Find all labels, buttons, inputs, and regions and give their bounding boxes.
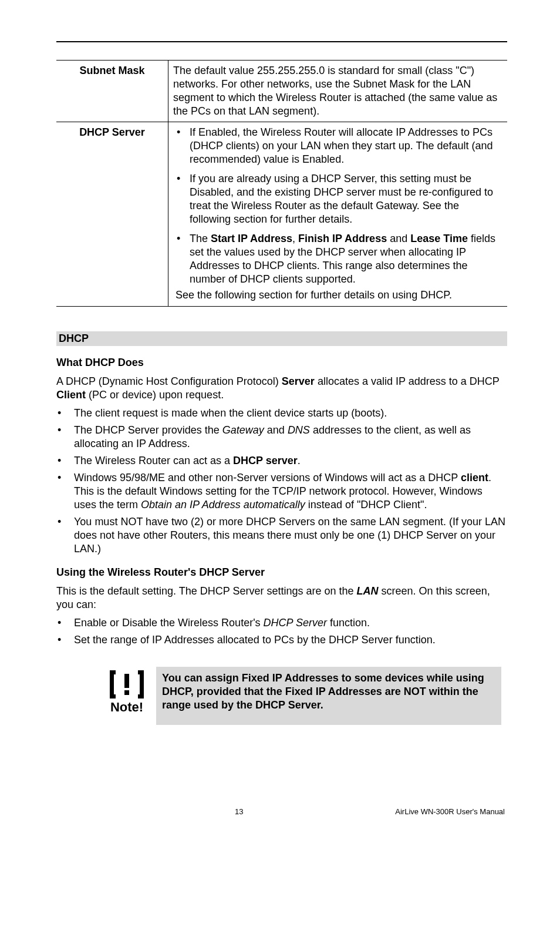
text: The DHCP Server provides the (74, 424, 222, 436)
list-item: The client request is made when the clie… (56, 407, 507, 420)
alert-icon (110, 670, 144, 699)
page-footer: 13 AirLive WN-300R User's Manual (56, 807, 507, 816)
manual-title: AirLive WN-300R User's Manual (395, 807, 505, 816)
italic-text: Gateway (222, 424, 264, 436)
list-item: You must NOT have two (2) or more DHCP S… (56, 515, 507, 556)
paragraph: This is the default setting. The DHCP Se… (56, 585, 507, 612)
dhcp-tail-text: See the following section for further de… (173, 288, 502, 302)
row-content-dhcp: If Enabled, the Wireless Router will all… (168, 122, 508, 306)
bold-text: client (461, 472, 488, 483)
text: The Wireless Router can act as a (74, 455, 233, 466)
note-icon-column: Note! (97, 667, 156, 715)
text: This is the default setting. The DHCP Se… (56, 585, 357, 597)
bold-text: Start IP Address (211, 233, 292, 244)
section-heading-dhcp: DHCP (56, 331, 507, 346)
list-item: If Enabled, the Wireless Router will all… (173, 126, 502, 166)
text: allocates a valid IP address to a DHCP (315, 375, 500, 387)
subheading-using-dhcp: Using the Wireless Router's DHCP Server (56, 566, 507, 579)
italic-text: Obtain an IP Address automatically (141, 499, 305, 511)
text: . (298, 455, 301, 466)
italic-text: DNS (288, 424, 310, 436)
text: instead of "DHCP Client". (305, 499, 427, 511)
text: A DHCP (Dynamic Host Configuration Proto… (56, 375, 282, 387)
table-row: Subnet Mask The default value 255.255.25… (56, 61, 507, 122)
note-label: Note! (97, 700, 156, 715)
subheading-what-dhcp: What DHCP Does (56, 357, 507, 369)
note-block: Note! You can assign Fixed IP Addresses … (97, 667, 501, 725)
text: and (387, 233, 410, 244)
italic-text: DHCP Server (264, 617, 327, 629)
list-item: Enable or Disable the Wireless Router's … (56, 616, 507, 630)
list-item: Set the range of IP Addresses allocated … (56, 633, 507, 647)
config-table: Subnet Mask The default value 255.255.25… (56, 60, 507, 307)
bold-text: Client (56, 389, 86, 401)
row-label-subnet: Subnet Mask (56, 61, 168, 122)
row-content-subnet: The default value 255.255.255.0 is stand… (168, 61, 508, 122)
bold-text: Server (282, 375, 315, 387)
page-number: 13 (235, 807, 243, 816)
text: The (190, 233, 211, 244)
list-item: The DHCP Server provides the Gateway and… (56, 424, 507, 451)
list-item: If you are already using a DHCP Server, … (173, 172, 502, 226)
using-dhcp-list: Enable or Disable the Wireless Router's … (56, 616, 507, 647)
list-item: The Wireless Router can act as a DHCP se… (56, 454, 507, 468)
text: and (264, 424, 288, 436)
list-item: The Start IP Address, Finish IP Address … (173, 232, 502, 286)
text: function. (327, 617, 370, 629)
text: , (292, 233, 298, 244)
table-row: DHCP Server If Enabled, the Wireless Rou… (56, 122, 507, 306)
text: Enable or Disable the Wireless Router's (74, 617, 264, 629)
bold-text: DHCP server (233, 455, 298, 466)
bold-text: Lease Time (410, 233, 468, 244)
paragraph: A DHCP (Dynamic Host Configuration Proto… (56, 375, 507, 402)
note-text: You can assign Fixed IP Addresses to som… (156, 667, 501, 725)
list-item: Windows 95/98/ME and other non-Server ve… (56, 471, 507, 512)
dhcp-bullet-list: If Enabled, the Wireless Router will all… (173, 126, 502, 286)
bold-text: Finish IP Address (298, 233, 387, 244)
bold-italic-text: LAN (357, 585, 379, 597)
text: Windows 95/98/ME and other non-Server ve… (74, 472, 461, 483)
top-rule (56, 41, 507, 42)
row-label-dhcp: DHCP Server (56, 122, 168, 306)
what-dhcp-list: The client request is made when the clie… (56, 407, 507, 556)
text: (PC or device) upon request. (86, 389, 224, 401)
